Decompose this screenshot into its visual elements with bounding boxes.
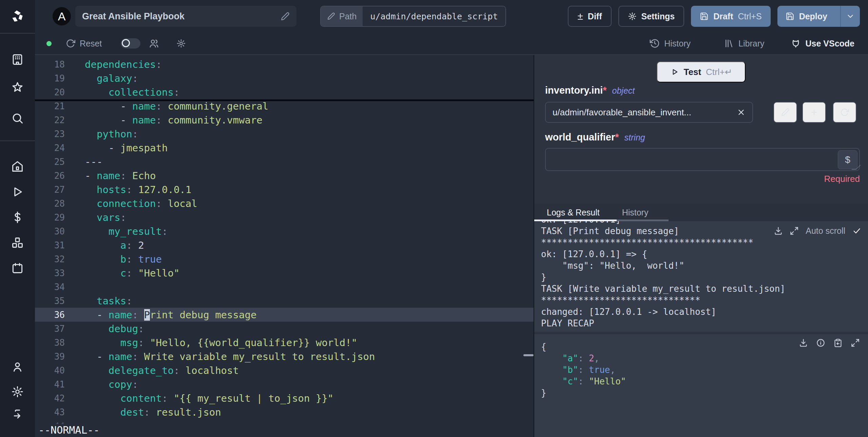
inventory-input[interactable] — [545, 102, 753, 123]
toggle-knob — [122, 39, 130, 47]
line-number: 43 — [35, 407, 65, 417]
check-icon[interactable] — [852, 226, 861, 235]
code-line[interactable]: 40 delegate_to: localhost — [35, 363, 534, 377]
log-line: TASK [Write variable my_result to result… — [541, 283, 861, 294]
tab-history[interactable]: History — [622, 208, 649, 217]
inventory-refresh-button[interactable] — [833, 102, 856, 123]
code-line[interactable]: 28 connection: local — [35, 196, 534, 210]
code-line[interactable]: 18dependencies: — [35, 57, 534, 71]
editor-scrollbar-thumb[interactable] — [523, 354, 534, 356]
code-line[interactable]: 41 copy: — [35, 377, 534, 391]
sidebar-item-resources[interactable] — [0, 235, 35, 250]
editor-settings-button[interactable] — [176, 39, 186, 48]
code-line[interactable]: 35 tasks: — [35, 294, 534, 308]
sidebar-item-variables[interactable] — [0, 209, 35, 225]
expand-icon[interactable] — [851, 338, 860, 347]
code-line[interactable]: 26- name: Echo — [35, 169, 534, 183]
code-line[interactable]: 27 hosts: 127.0.0.1 — [35, 183, 534, 196]
result-line: "a": 2, — [541, 353, 868, 364]
settings-button[interactable]: Settings — [618, 6, 684, 27]
windmill-logo-icon[interactable] — [0, 0, 35, 34]
editor-pane-splitter[interactable] — [35, 99, 534, 101]
log-lines: ok: [127.0.0.1]TASK [Print debug message… — [541, 221, 861, 329]
path-chip[interactable]: Path u/admin/dependable_script — [320, 6, 506, 27]
clipboard-copy-icon[interactable] — [833, 338, 843, 347]
code-line[interactable]: 30 my_result: — [35, 224, 534, 238]
tab-logs-result[interactable]: Logs & Result — [547, 208, 600, 217]
code-line[interactable]: 20 collections: — [35, 85, 534, 99]
code-line[interactable]: 32 b: true — [35, 252, 534, 266]
logs-viewer[interactable]: ok: [127.0.0.1]TASK [Print debug message… — [534, 221, 868, 332]
edit-pencil-icon[interactable] — [281, 12, 290, 21]
code-line[interactable]: 39 - name: Write variable my_result to r… — [35, 349, 534, 363]
log-line: changed: [127.0.0.1 -> localhost] — [541, 306, 861, 318]
diff-button[interactable]: ± Diff — [568, 6, 611, 27]
code-line[interactable]: 37 debug: — [35, 322, 534, 336]
result-viewer[interactable]: { "a": 2, "b": true, "c": "Hello"} — [534, 334, 868, 437]
world-qualifier-input[interactable]: $ — [545, 148, 860, 171]
expand-icon[interactable] — [790, 226, 799, 235]
code-line[interactable]: 43 dest: result.json — [35, 405, 534, 419]
line-number: 30 — [35, 226, 65, 236]
cubes-icon — [11, 236, 24, 249]
world-qualifier-textarea[interactable] — [546, 149, 859, 170]
library-button[interactable]: Library — [724, 38, 764, 49]
editor-toolbar: Reset History — [35, 33, 868, 55]
test-button[interactable]: Test Ctrl+↵ — [657, 61, 746, 82]
script-title-field[interactable]: Great Ansible Playbook — [75, 6, 296, 27]
line-number: 27 — [35, 185, 65, 195]
code-line[interactable]: 22 - name: community.vmware — [35, 113, 534, 127]
download-icon[interactable] — [799, 338, 808, 347]
sidebar-item-logout[interactable] — [0, 406, 35, 421]
line-number: 24 — [35, 143, 65, 153]
code-line[interactable]: 42 content: "{{ my_result | to_json }}" — [35, 391, 534, 405]
history-button[interactable]: History — [650, 38, 691, 49]
sidebar-item-search[interactable] — [0, 110, 35, 126]
code-line[interactable]: 23 python: — [35, 127, 534, 141]
code-line[interactable]: 21 - name: community.general — [35, 99, 534, 113]
sidebar-item-home[interactable] — [0, 158, 35, 174]
deploy-dropdown[interactable] — [840, 6, 860, 27]
code-line[interactable]: 36 - name: Print debug message — [35, 308, 534, 322]
inventory-add-button[interactable] — [802, 102, 826, 123]
pencil-icon — [327, 12, 335, 20]
info-icon[interactable] — [816, 338, 825, 347]
path-edit-button[interactable]: Path — [321, 6, 363, 26]
download-icon[interactable] — [774, 226, 783, 235]
code-line[interactable]: 33 c: "Hello" — [35, 266, 534, 280]
code-line[interactable]: 31 a: 2 — [35, 238, 534, 252]
line-number: 23 — [35, 129, 65, 139]
reset-button[interactable]: Reset — [66, 39, 102, 49]
code-line[interactable]: 24 - jmespath — [35, 141, 534, 155]
code-line[interactable]: 34 — [35, 280, 534, 294]
line-number: 35 — [35, 296, 65, 306]
sidebar-item-workspace[interactable] — [0, 52, 35, 67]
sidebar-item-schedules[interactable] — [0, 260, 35, 276]
log-line: "msg": "Hello, world!" — [541, 260, 861, 271]
sidebar-item-settings[interactable] — [0, 384, 35, 399]
sidebar-item-favorites[interactable] — [0, 79, 35, 95]
draft-button[interactable]: Draft Ctrl+S — [691, 6, 771, 27]
code-line[interactable]: 38 msg: "Hello, {{world_qualifier}} worl… — [35, 336, 534, 349]
clear-x-icon[interactable] — [737, 108, 746, 117]
collaborators-button[interactable] — [149, 38, 159, 49]
app-window: A Great Ansible Playbook Path u/admin/de… — [0, 0, 868, 437]
line-number: 42 — [35, 393, 65, 403]
use-vscode-button[interactable]: Use VScode — [791, 38, 854, 49]
sidebar-item-account[interactable] — [0, 359, 35, 375]
code-line[interactable]: 29 vars: — [35, 210, 534, 224]
code-line[interactable]: 25--- — [35, 155, 534, 169]
inventory-field-label: inventory.ini* object — [545, 85, 635, 96]
deploy-button[interactable]: Deploy — [777, 6, 860, 27]
diff-mode-toggle[interactable] — [121, 38, 140, 49]
code-editor[interactable]: 18dependencies:19 galaxy:20 collections:… — [35, 55, 534, 437]
line-number: 37 — [35, 324, 65, 334]
plus-minus-icon: ± — [577, 11, 583, 21]
chevron-down-icon — [846, 12, 855, 21]
sidebar-item-runs[interactable] — [0, 184, 35, 200]
autoscroll-label: Auto scroll — [806, 226, 845, 236]
code-line[interactable]: 19 galaxy: — [35, 71, 534, 85]
log-line: } — [541, 271, 861, 283]
inventory-edit-button[interactable] — [773, 102, 797, 123]
inventory-value-input[interactable] — [553, 107, 733, 118]
